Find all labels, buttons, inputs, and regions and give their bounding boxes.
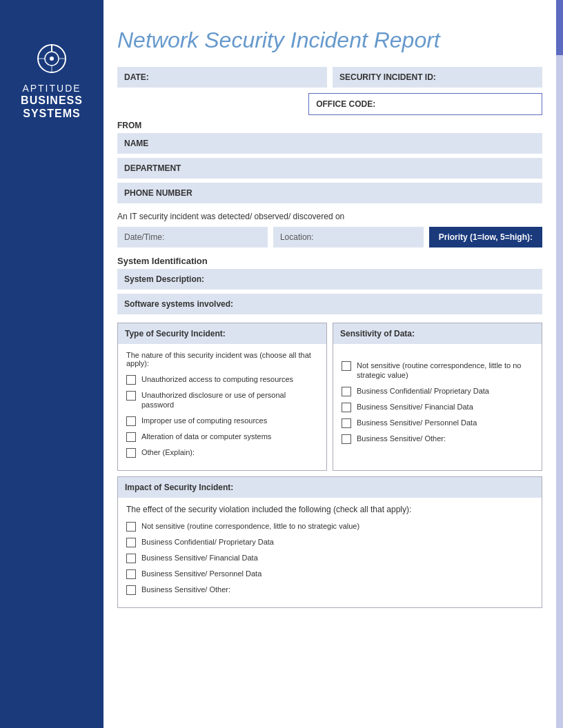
checkbox-other-type[interactable] (126, 448, 136, 458)
checkbox-label: Business Confidential/ Proprietary Data (357, 386, 489, 396)
list-item: Business Sensitive/ Financial Data (126, 553, 533, 563)
checkbox-confidential-s[interactable] (342, 387, 351, 396)
checkbox-financial-s[interactable] (342, 403, 351, 412)
priority-button[interactable]: Priority (1=low, 5=high): (429, 227, 542, 247)
date-incident-row: DATE: SECURITY INCIDENT ID: (117, 67, 542, 88)
checkbox-label: Alteration of data or computer systems (141, 432, 271, 441)
system-description-field[interactable]: System Description: (117, 269, 542, 290)
type-of-incident-header: Type of Security Incident: (118, 323, 326, 344)
checkbox-alteration[interactable] (126, 432, 136, 442)
list-item: Alteration of data or computer systems (126, 432, 318, 442)
checkbox-label: Unauthorized access to computing resourc… (141, 374, 293, 384)
checkbox-not-sensitive-s[interactable] (342, 361, 351, 371)
type-of-incident-panel: Type of Security Incident: The nature of… (117, 323, 327, 471)
sensitivity-body: Not sensitive (routine correspondence, l… (333, 344, 542, 456)
software-systems-field[interactable]: Software systems involved: (117, 294, 542, 314)
checkbox-unauthorized-disclosure[interactable] (126, 391, 136, 401)
checkbox-label: Business Sensitive/ Personnel Data (141, 569, 261, 578)
checkbox-personnel-s[interactable] (342, 418, 351, 428)
brand-bottom-label: BUSINESS SYSTEMS (21, 94, 83, 120)
list-item: Business Sensitive/ Personnel Data (126, 569, 533, 579)
office-code-field[interactable]: OFFICE CODE: (308, 93, 542, 115)
scrollbar-thumb[interactable] (556, 0, 563, 55)
date-field[interactable]: DATE: (117, 67, 327, 88)
type-sensitivity-panels: Type of Security Incident: The nature of… (117, 323, 542, 471)
checkbox-label: Business Sensitive/ Personnel Data (357, 418, 477, 427)
type-of-incident-sublabel: The nature of this security incident was… (126, 351, 318, 367)
checkbox-other-s[interactable] (342, 434, 351, 444)
checkbox-personnel-i[interactable] (126, 569, 136, 579)
list-item: Not sensitive (routine correspondence, l… (126, 521, 533, 532)
list-item: Business Sensitive/ Other: (342, 434, 533, 444)
from-label: FROM (117, 121, 542, 130)
svg-point-2 (50, 57, 54, 61)
checkbox-label: Business Sensitive/ Other: (141, 585, 230, 594)
checkbox-improper-use[interactable] (126, 416, 136, 426)
checkbox-not-sensitive-i[interactable] (126, 522, 136, 532)
sidebar: APTITUDE BUSINESS SYSTEMS (0, 0, 103, 728)
checkbox-other-i[interactable] (126, 585, 136, 595)
type-of-incident-body: The nature of this security incident was… (118, 344, 326, 470)
sensitivity-panel: Sensitivity of Data: Not sensitive (rout… (333, 323, 542, 471)
incident-fields-row: Date/Time: Location: Priority (1=low, 5=… (117, 227, 542, 247)
brand-top-label: APTITUDE (22, 83, 81, 94)
impact-body: The effect of the security violation inc… (118, 498, 542, 607)
sensitivity-header: Sensitivity of Data: (333, 323, 542, 344)
incident-location-field[interactable]: Location: (273, 227, 424, 247)
system-identification-label: System Identification (117, 256, 542, 266)
list-item: Business Sensitive/ Financial Data (342, 402, 533, 412)
list-item: Business Confidential/ Proprietary Data (126, 537, 533, 547)
checkbox-confidential-i[interactable] (126, 538, 136, 547)
checkbox-label: Other (Explain): (141, 447, 195, 457)
incident-description: An IT security incident was detected/ ob… (117, 212, 542, 221)
impact-sublabel: The effect of the security violation inc… (126, 505, 533, 514)
main-content: Network Security Incident Report DATE: S… (103, 0, 556, 641)
list-item: Improper use of computing resources (126, 416, 318, 426)
checkbox-label: Not sensitive (routine correspondence, l… (357, 361, 533, 381)
checkbox-label: Business Sensitive/ Financial Data (141, 553, 258, 563)
scrollbar[interactable] (556, 0, 563, 728)
incident-datetime-field[interactable]: Date/Time: (117, 227, 268, 247)
office-code-row: OFFICE CODE: (117, 93, 542, 115)
list-item: Business Sensitive/ Other: (126, 585, 533, 595)
list-item: Unauthorized access to computing resourc… (126, 374, 318, 385)
checkbox-label: Business Sensitive/ Other: (357, 434, 446, 443)
checkbox-label: Unauthorized disclosure or use of person… (141, 390, 318, 410)
page-title: Network Security Incident Report (117, 28, 542, 53)
checkbox-label: Not sensitive (routine correspondence, l… (141, 521, 359, 531)
checkbox-label: Business Sensitive/ Financial Data (357, 402, 473, 412)
list-item: Not sensitive (routine correspondence, l… (342, 361, 533, 381)
checkbox-financial-i[interactable] (126, 554, 136, 563)
list-item: Business Sensitive/ Personnel Data (342, 418, 533, 428)
department-field[interactable]: DEPARTMENT (117, 158, 542, 179)
list-item: Other (Explain): (126, 447, 318, 458)
name-field[interactable]: NAME (117, 133, 542, 154)
list-item: Unauthorized disclosure or use of person… (126, 390, 318, 410)
checkbox-label: Business Confidential/ Proprietary Data (141, 537, 274, 547)
impact-panel: Impact of Security Incident: The effect … (117, 476, 542, 608)
checkbox-unauthorized-access[interactable] (126, 375, 136, 385)
list-item: Business Confidential/ Proprietary Data (342, 386, 533, 396)
aptitude-logo-icon (34, 41, 69, 76)
phone-number-field[interactable]: PHONE NUMBER (117, 183, 542, 203)
impact-header: Impact of Security Incident: (118, 477, 542, 498)
checkbox-label: Improper use of computing resources (141, 416, 267, 425)
security-incident-id-field[interactable]: SECURITY INCIDENT ID: (333, 67, 542, 88)
